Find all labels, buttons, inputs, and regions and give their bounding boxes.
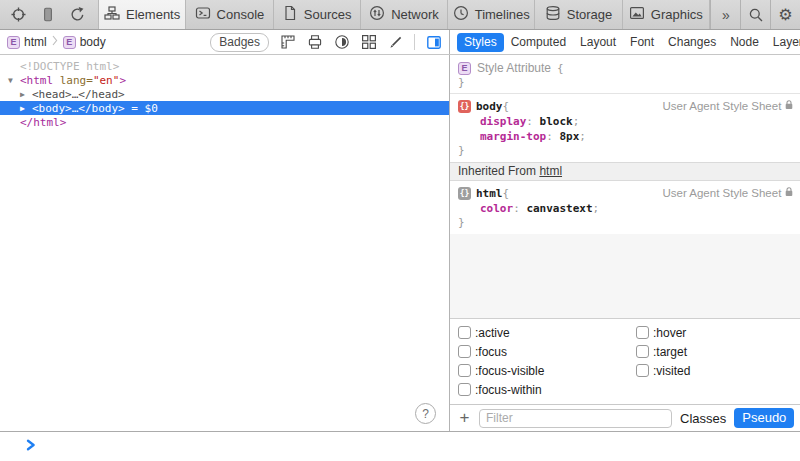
breadcrumb-item-body[interactable]: E body <box>63 35 106 49</box>
css-rule-html[interactable]: {}html {User Agent Style Sheetcolor: can… <box>450 181 800 234</box>
pseudo-class-row[interactable]: :visited <box>636 361 690 380</box>
help-button[interactable]: ? <box>415 403 436 424</box>
chevron-right-icon <box>26 439 36 454</box>
elements-icon <box>104 5 120 24</box>
pseudo-class-label: :hover <box>653 326 686 340</box>
disclosure-arrow-icon[interactable]: ▶ <box>20 90 32 99</box>
pseudo-class-row[interactable]: :active <box>458 323 636 342</box>
graphics-icon <box>629 5 645 24</box>
main-tabs: Elements Console Sources Network Timelin… <box>98 0 710 29</box>
dom-tree-line[interactable]: ▶<body>…</body> = $0 <box>0 101 449 115</box>
dom-tree-line[interactable]: ▶<head>…</head> <box>0 87 449 101</box>
tab-elements[interactable]: Elements <box>98 0 185 29</box>
rule-selector: body <box>476 99 503 114</box>
pseudo-class-row[interactable]: :focus-visible <box>458 361 636 380</box>
dom-token: <!DOCTYPE html> <box>20 60 119 73</box>
checkbox-focus-within[interactable] <box>458 383 471 396</box>
dom-token: <html <box>20 74 53 87</box>
pseudo-class-row[interactable]: :focus <box>458 342 636 361</box>
dom-token: </html> <box>20 116 66 129</box>
pseudo-class-label: :active <box>475 326 510 340</box>
checkbox-target[interactable] <box>636 345 649 358</box>
pseudo-class-label: :focus-visible <box>475 364 544 378</box>
element-badge: E <box>458 62 471 75</box>
tab-timelines[interactable]: Timelines <box>447 0 534 29</box>
checkbox-active[interactable] <box>458 326 471 339</box>
checkbox-hover[interactable] <box>636 326 649 339</box>
appearance-contrast-icon[interactable] <box>333 34 350 51</box>
badges-button[interactable]: Badges <box>210 33 269 52</box>
rule-selector: html <box>476 186 503 201</box>
tab-node[interactable]: Node <box>723 33 766 52</box>
tab-sources[interactable]: Sources <box>273 0 360 29</box>
tab-layers[interactable]: Layers <box>766 33 800 52</box>
disclosure-arrow-icon[interactable]: ▶ <box>20 104 32 113</box>
rule-origin: User Agent Style Sheet <box>662 99 794 114</box>
tab-font[interactable]: Font <box>623 33 661 52</box>
css-property[interactable]: margin-top: 8px; <box>458 129 794 144</box>
tab-label: Graphics <box>651 7 703 22</box>
device-frame-icon[interactable] <box>40 6 56 23</box>
new-rule-button[interactable]: + <box>458 410 471 426</box>
grid-overlay-icon[interactable] <box>360 34 377 51</box>
tab-network[interactable]: Network <box>360 0 447 29</box>
tab-computed[interactable]: Computed <box>504 33 573 52</box>
tab-graphics[interactable]: Graphics <box>622 0 710 29</box>
dom-tree-line[interactable]: </html> <box>0 115 449 129</box>
console-icon <box>195 5 211 24</box>
checkbox-visited[interactable] <box>636 364 649 377</box>
main-tab-bar: Elements Console Sources Network Timelin… <box>0 0 800 30</box>
ruler-icon[interactable] <box>279 34 296 51</box>
dom-tree-panel: <!DOCTYPE html>▼<html lang="en">▶<head>…… <box>0 55 450 431</box>
dom-tree-line[interactable]: <!DOCTYPE html> <box>0 59 449 73</box>
quick-console[interactable] <box>0 431 800 461</box>
inherited-prefix: Inherited From <box>458 164 539 178</box>
details-sidebar-toggle-icon[interactable] <box>425 34 442 51</box>
chevron-right-icon <box>52 35 58 49</box>
style-attribute-section[interactable]: E Style Attribute { } <box>450 55 800 94</box>
element-badge: E <box>63 36 76 49</box>
settings-gear-icon[interactable]: ⚙ <box>771 0 800 29</box>
pseudo-class-row[interactable]: :focus-within <box>458 380 636 399</box>
css-property[interactable]: color: canvastext; <box>458 201 794 216</box>
pseudo-button[interactable]: Pseudo <box>734 408 794 428</box>
inherited-node-link[interactable]: html <box>539 164 562 178</box>
reload-icon[interactable] <box>69 6 86 23</box>
rule-badge-icon: {} <box>458 100 471 113</box>
styles-sidebar-tabs: Styles Computed Layout Font Changes Node… <box>450 30 800 54</box>
search-icon[interactable] <box>741 0 770 29</box>
styles-sidebar: E Style Attribute { } {}body {User Agent… <box>450 55 800 431</box>
filter-input[interactable] <box>479 409 672 428</box>
breadcrumb-item-html[interactable]: E html <box>7 35 47 49</box>
element-badge: E <box>7 36 20 49</box>
secondary-toolbar: E html E body Badges <box>0 30 800 55</box>
tab-styles[interactable]: Styles <box>457 33 504 52</box>
pseudo-class-row[interactable]: :hover <box>636 323 690 342</box>
inherited-from-header: Inherited From html <box>450 162 800 181</box>
classes-button[interactable]: Classes <box>680 411 726 426</box>
tab-changes[interactable]: Changes <box>661 33 723 52</box>
print-styles-icon[interactable] <box>306 34 323 51</box>
tab-storage[interactable]: Storage <box>534 0 621 29</box>
edit-brush-icon[interactable] <box>387 34 404 51</box>
css-rule-body[interactable]: {}body {User Agent Style Sheetdisplay: b… <box>450 94 800 162</box>
breadcrumb-label: body <box>80 35 106 49</box>
disclosure-arrow-icon[interactable]: ▼ <box>8 76 20 85</box>
overflow-tabs-icon[interactable]: » <box>711 0 740 29</box>
rule-origin: User Agent Style Sheet <box>662 186 794 201</box>
tab-layout[interactable]: Layout <box>573 33 623 52</box>
dom-token: <body>…</body> <box>32 102 125 115</box>
sources-icon <box>282 5 298 24</box>
checkbox-focus-visible[interactable] <box>458 364 471 377</box>
dom-tree-line[interactable]: ▼<html lang="en"> <box>0 73 449 87</box>
tab-console[interactable]: Console <box>185 0 272 29</box>
pseudo-class-panel: :active:focus:focus-visible:focus-within… <box>450 318 800 404</box>
css-property[interactable]: display: block; <box>458 114 794 129</box>
pseudo-class-label: :target <box>653 345 687 359</box>
css-rules-list: E Style Attribute { } {}body {User Agent… <box>450 55 800 318</box>
tab-label: Sources <box>304 7 352 22</box>
open-brace: { <box>557 62 564 75</box>
pseudo-class-row[interactable]: :target <box>636 342 690 361</box>
inspect-element-icon[interactable] <box>10 6 27 23</box>
checkbox-focus[interactable] <box>458 345 471 358</box>
